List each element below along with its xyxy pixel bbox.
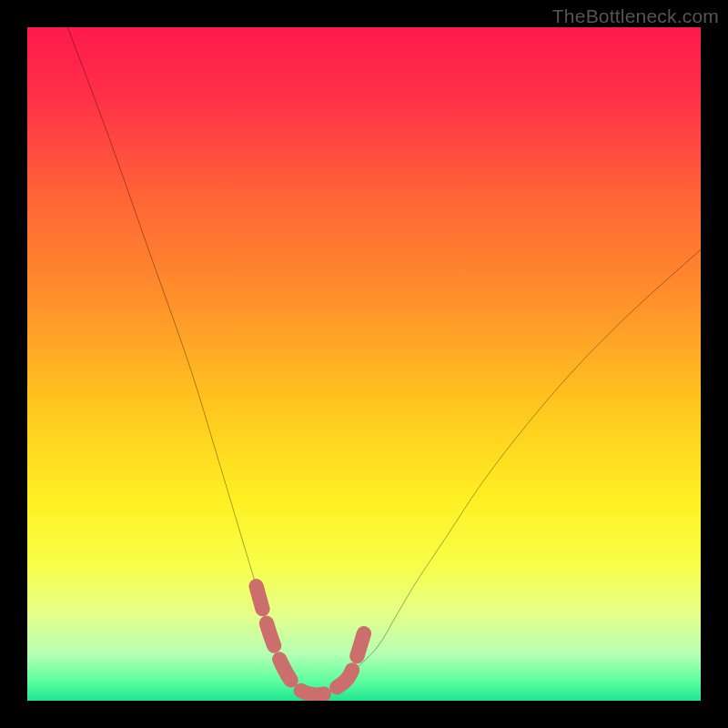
watermark-text: TheBottleneck.com (552, 5, 719, 27)
chart-frame: TheBottleneck.com (0, 0, 728, 728)
curve-layer (27, 27, 701, 701)
plot-area (27, 27, 701, 701)
optimal-range-marker (257, 586, 364, 694)
bottleneck-curve (67, 27, 701, 695)
